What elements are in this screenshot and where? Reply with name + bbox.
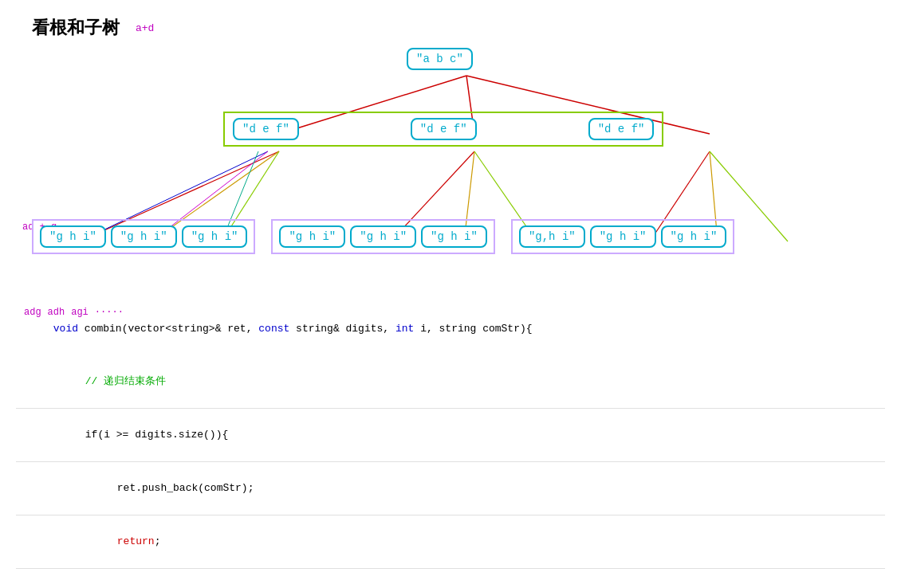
ghi-box-3-3: "g h i" <box>661 225 727 248</box>
ghi-box-2-1: "g h i" <box>279 225 345 248</box>
ghi-group-3: "g,h i" "g h i" "g h i" <box>511 219 734 254</box>
ghi-box-2-3: "g h i" <box>421 225 487 248</box>
ghi-box-3-1: "g,h i" <box>519 225 585 248</box>
comment-1: // 递归结束条件 <box>85 375 166 387</box>
level1-container: "d e f" "d e f" "d e f" <box>223 112 663 147</box>
code-section: void combin(vector<string>& ret, const s… <box>16 303 885 588</box>
code-line-3: if(i >= digits.size()){ <box>16 409 885 461</box>
def-box-1: "d e f" <box>233 118 299 140</box>
label-ad: a+d <box>136 22 154 34</box>
ghi-box-3-2: "g h i" <box>590 225 656 248</box>
code-line-2: // 递归结束条件 <box>16 355 885 408</box>
return-keyword: return <box>117 535 155 547</box>
tree-area: "a b c" "d e f" "d e f" "d e f" ad + g "… <box>16 48 885 319</box>
abc-box: "a b c" <box>407 48 473 70</box>
def-box-3: "d e f" <box>588 118 655 140</box>
level2-row: "g h i" "g h i" "g h i" "g h i" "g h i" … <box>24 219 893 254</box>
void-keyword: void <box>53 323 78 335</box>
ghi-box-1-3: "g h i" <box>182 225 248 248</box>
def-box-2: "d e f" <box>411 118 477 140</box>
code-func-name: combin(vector<string>& ret, <box>78 323 258 335</box>
const-keyword: const <box>258 323 289 335</box>
code-line-1: void combin(vector<string>& ret, const s… <box>16 303 885 355</box>
int-keyword-1: int <box>395 323 414 335</box>
title-section: 看根和子树 a+d <box>32 16 885 40</box>
code-line-6: } <box>16 569 885 588</box>
ghi-box-2-2: "g h i" <box>350 225 416 248</box>
abc-string-box: "a b c" <box>407 48 473 70</box>
page-title: 看根和子树 <box>32 16 120 40</box>
ghi-group-2: "g h i" "g h i" "g h i" <box>271 219 494 254</box>
ghi-box-1-2: "g h i" <box>111 225 177 248</box>
ghi-box-1-1: "g h i" <box>40 225 106 248</box>
code-line-5: return; <box>16 515 885 568</box>
ghi-group-1: "g h i" "g h i" "g h i" <box>32 219 255 254</box>
code-line-4: ret.push_back(comStr); <box>16 462 885 515</box>
tree-lines-svg <box>16 48 885 319</box>
